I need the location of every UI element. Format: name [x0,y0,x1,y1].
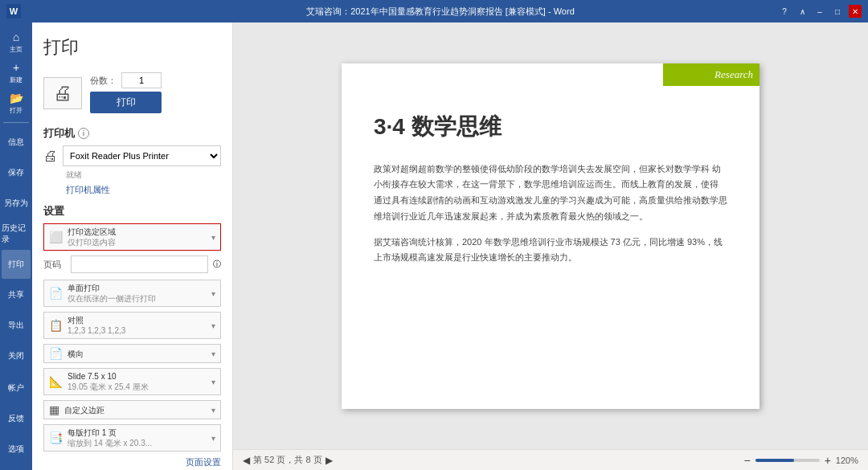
printer-select[interactable]: Foxit Reader Plus Printer [63,145,221,166]
sidebar-bottom: 帐户 反馈 选项 [2,374,31,470]
orientation-text: 横向 [68,349,211,359]
setting-dropdown-papersize[interactable]: 📐 Slide 7.5 x 10 19.05 毫米 x 25.4 厘米 ▾ [43,368,221,395]
printer-selector: 🖨 Foxit Reader Plus Printer [43,145,221,166]
margins-text: 自定义边距 [64,405,211,415]
papersize-text: Slide 7.5 x 10 19.05 毫米 x 25.4 厘米 [68,371,211,392]
papersize-arrow-icon: ▾ [211,378,215,386]
zoom-out-btn[interactable]: − [743,454,750,467]
margins-arrow-icon: ▾ [211,406,215,415]
nav-arrows: ◀ 第 52 页，共 8 页 ▶ [243,454,333,466]
copies-label: 份数： [90,75,117,87]
printer-symbol-icon: 🖨 [53,82,72,104]
page-paragraph-2: 据艾瑞咨询统计核算，2020 年数学思维培训行业市场规模达 73 亿元，同比增速… [374,235,727,267]
more-settings-link[interactable]: 页面设置 [43,456,221,468]
sidebar-item-share[interactable]: 共享 [2,280,31,309]
icon-sidebar: ⌂ 主页 + 新建 📂 打开 信息 保存 另存为 历史记录 打印 共享 [0,22,32,470]
setting-dropdown-sides[interactable]: 📄 单面打印 仅在纸张的一侧进行打印 ▾ [43,280,221,307]
sidebar-item-export[interactable]: 导出 [2,311,31,340]
minimize-btn[interactable]: – [813,5,826,18]
sides-arrow-icon: ▾ [211,289,215,298]
zoom-fill [755,459,794,462]
margins-icon: ▦ [49,403,59,416]
page-main-title: 3·4 数学思维 [374,112,727,142]
open-icon: 📂 [10,92,23,104]
page-info: 第 52 页，共 8 页 [253,454,322,466]
print-button-area: 🖨 份数： 打印 [43,72,221,113]
pages-input[interactable] [71,255,208,273]
printer-status: 就绪 [66,170,221,181]
printer-icon-box: 🖨 [43,77,82,109]
sidebar-item-home[interactable]: ⌂ 主页 [2,27,31,56]
ribbon-toggle-btn[interactable]: ∧ [796,5,809,18]
page-preview: Research 3·4 数学思维 政策对超纲超前数学的整顿使得低幼阶段的数学培… [342,63,760,409]
sidebar-item-print[interactable]: 打印 [2,250,31,279]
sidebar-item-new[interactable]: + 新建 [2,58,31,87]
sidebar-item-account[interactable]: 帐户 [2,374,31,403]
region-text: 打印选定区域 仅打印选内容 [68,227,211,247]
next-page-btn[interactable]: ▶ [326,455,333,466]
setting-dropdown-margins[interactable]: ▦ 自定义边距 ▾ [43,400,221,419]
window-controls: ? ∧ – □ ✕ [778,5,862,18]
title-bar: W 艾瑞咨询：2021年中国量感教育行业趋势洞察报告 [兼容模式] - Word… [0,0,868,22]
region-icon: ⬜ [49,231,63,243]
page-paragraph-1: 政策对超纲超前数学的整顿使得低幼阶段的数学培训失去发展空间，但家长对数学学科 幼… [374,161,727,225]
printer-info-icon[interactable]: i [78,128,89,139]
pages-info-icon: ⓘ [213,259,221,270]
print-main-button[interactable]: 打印 [90,92,162,113]
zoom-control: − + 120% [743,454,858,467]
sidebar-item-options[interactable]: 选项 [2,435,31,464]
sidebar-item-history[interactable]: 历史记录 [2,219,31,248]
setting-dropdown-pagespersheet[interactable]: 📑 每版打印 1 页 缩放到 14 毫米 x 20.3... ▾ [43,424,221,452]
help-btn[interactable]: ? [778,5,791,18]
orientation-icon: 📄 [49,347,63,360]
pages-label: 页码 [43,259,66,271]
setting-dropdown-collate[interactable]: 📋 对照 1,2,3 1,2,3 1,2,3 ▾ [43,312,221,339]
sidebar-item-open[interactable]: 📂 打开 [2,88,31,117]
sidebar-item-save[interactable]: 保存 [2,158,31,187]
preview-area: Research 3·4 数学思维 政策对超纲超前数学的整顿使得低幼阶段的数学培… [233,22,868,470]
sidebar-item-saveas[interactable]: 另存为 [2,189,31,218]
sidebar-item-feedback[interactable]: 反馈 [2,404,31,433]
sides-icon: 📄 [49,287,63,300]
new-icon: + [13,61,19,74]
collate-arrow-icon: ▾ [211,321,215,330]
page-content: 3·4 数学思维 政策对超纲超前数学的整顿使得低幼阶段的数学培训失去发展空间，但… [342,63,760,292]
pages-row: 页码 ⓘ [43,255,221,273]
setting-dropdown-region[interactable]: ⬜ 打印选定区域 仅打印选内容 ▾ [43,223,221,251]
bottom-bar: ◀ 第 52 页，共 8 页 ▶ − + 120% [233,449,868,470]
pagespersheet-text: 每版打印 1 页 缩放到 14 毫米 x 20.3... [68,427,211,448]
print-panel-title: 打印 [43,35,221,59]
orientation-arrow-icon: ▾ [211,349,215,358]
printer-props-link[interactable]: 打印机属性 [66,184,221,196]
setting-dropdown-orientation[interactable]: 📄 横向 ▾ [43,344,221,363]
preview-container: Research 3·4 数学思维 政策对超纲超前数学的整顿使得低幼阶段的数学培… [233,22,868,449]
zoom-in-btn[interactable]: + [825,454,831,467]
sidebar-item-close[interactable]: 关闭 [2,341,31,370]
research-badge: Research [714,68,753,81]
region-arrow-icon: ▾ [211,233,215,242]
home-icon: ⌂ [13,31,19,43]
close-btn[interactable]: ✕ [849,5,862,18]
collate-text: 对照 1,2,3 1,2,3 1,2,3 [68,315,211,336]
window-title: 艾瑞咨询：2021年中国量感教育行业趋势洞察报告 [兼容模式] - Word [103,6,778,18]
copies-input[interactable] [121,72,162,88]
copies-row: 份数： [90,72,162,88]
print-panel: 打印 🖨 份数： 打印 打印机 i 🖨 Foxit Reader Plus Pr… [32,22,233,470]
zoom-level: 120% [836,456,858,465]
page-header-bar: Research [663,63,760,86]
pagespersheet-icon: 📑 [49,431,63,444]
pagespersheet-arrow-icon: ▾ [211,434,215,443]
sidebar-item-info[interactable]: 信息 [2,128,31,157]
settings-section-header: 设置 [43,204,221,219]
papersize-icon: 📐 [49,375,63,388]
restore-btn[interactable]: □ [831,5,844,18]
app-body: ⌂ 主页 + 新建 📂 打开 信息 保存 另存为 历史记录 打印 共享 [0,22,868,470]
collate-icon: 📋 [49,319,63,332]
prev-page-btn[interactable]: ◀ [243,455,250,466]
printer-device-icon: 🖨 [43,148,58,165]
printer-section-header: 打印机 i [43,126,221,141]
zoom-bar [755,459,820,462]
print-btn-col: 份数： 打印 [90,72,162,113]
sides-text: 单面打印 仅在纸张的一侧进行打印 [68,283,211,304]
